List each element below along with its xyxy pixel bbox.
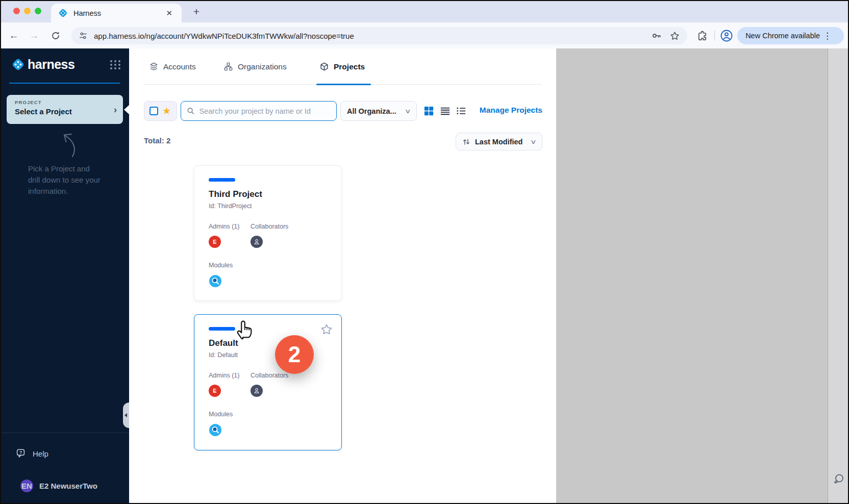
admins-label: Admins (1) bbox=[209, 372, 239, 379]
reload-icon[interactable] bbox=[49, 31, 62, 41]
curved-arrow-icon bbox=[51, 129, 81, 160]
tab-close-icon[interactable]: ✕ bbox=[164, 8, 174, 19]
chevron-down-icon: ∨ bbox=[405, 108, 411, 115]
card-accent-bar bbox=[209, 327, 235, 331]
active-tab-indicator bbox=[316, 84, 371, 85]
right-side-rail bbox=[828, 48, 849, 504]
grid-view-icon[interactable] bbox=[423, 105, 435, 117]
new-chrome-button[interactable]: New Chrome available ⋮ bbox=[737, 27, 844, 44]
site-settings-icon[interactable] bbox=[79, 31, 88, 40]
accounts-icon bbox=[149, 62, 159, 71]
user-name: E2 NewuserTwo bbox=[39, 482, 97, 490]
app-switcher-icon[interactable] bbox=[110, 60, 121, 69]
project-title: Default bbox=[209, 338, 238, 348]
profile-icon[interactable] bbox=[720, 29, 733, 42]
main-content: Accounts Organizations Projects ★ bbox=[129, 48, 556, 504]
list-view-icon[interactable] bbox=[439, 105, 451, 117]
browser-menu-icon[interactable]: ⋮ bbox=[823, 31, 832, 41]
chevron-right-icon: › bbox=[114, 105, 117, 115]
tab-accounts[interactable]: Accounts bbox=[149, 48, 196, 85]
window-zoom-button[interactable] bbox=[35, 8, 41, 14]
browser-tab[interactable]: Harness ✕ bbox=[51, 4, 182, 22]
module-icon[interactable] bbox=[209, 274, 222, 288]
svg-text:?: ? bbox=[19, 450, 22, 455]
sidebar-accent-rule bbox=[9, 83, 120, 84]
sort-value: Last Modified bbox=[475, 138, 531, 146]
compact-list-view-icon[interactable] bbox=[455, 105, 467, 117]
module-icon[interactable] bbox=[209, 423, 222, 437]
project-selector-value: Select a Project bbox=[15, 107, 116, 116]
password-key-icon[interactable] bbox=[651, 30, 662, 41]
favorite-star-outline-icon[interactable] bbox=[320, 323, 333, 336]
tab-title: Harness bbox=[73, 9, 164, 17]
project-card-default[interactable]: Default Id: Default Admins (1) Collabora… bbox=[194, 314, 342, 450]
total-count: Total: 2 bbox=[144, 136, 170, 145]
admin-avatar[interactable]: E bbox=[209, 385, 221, 397]
search-box bbox=[181, 101, 337, 121]
help-label: Help bbox=[33, 449, 48, 458]
forward-icon[interactable]: → bbox=[28, 30, 41, 41]
tab-organizations[interactable]: Organizations bbox=[223, 48, 287, 85]
favorites-filter: ★ bbox=[144, 101, 177, 121]
browser-toolbar: ← → app.harness.io/ng/account/YWdkwNPiTc… bbox=[0, 22, 849, 48]
tab-projects[interactable]: Projects bbox=[319, 48, 365, 85]
bookmark-star-icon[interactable] bbox=[669, 31, 680, 41]
annotation-step-badge: 2 bbox=[275, 335, 314, 374]
project-card-third-project[interactable]: Third Project Id: ThirdProject Admins (1… bbox=[194, 165, 342, 301]
project-selector[interactable]: PROJECT Select a Project › bbox=[7, 95, 123, 124]
admin-avatar[interactable]: E bbox=[209, 236, 221, 248]
admins-label: Admins (1) bbox=[209, 223, 239, 230]
help-item[interactable]: ? Help bbox=[15, 448, 48, 459]
projects-icon bbox=[319, 62, 329, 71]
chat-help-icon[interactable] bbox=[832, 472, 845, 486]
scope-tabs: Accounts Organizations Projects bbox=[143, 48, 542, 85]
app-root: Harness ✕ + ← → app.harness.io/ng/accoun… bbox=[0, 0, 849, 504]
organizations-icon bbox=[223, 62, 233, 71]
sidebar-hint-text: Pick a Project and drill down to see you… bbox=[28, 163, 110, 197]
chevron-down-icon: ∨ bbox=[530, 138, 537, 145]
back-icon[interactable]: ← bbox=[7, 30, 20, 41]
project-title: Third Project bbox=[209, 189, 262, 199]
harness-sidebar: harness PROJECT Select a Project › Pick … bbox=[0, 48, 129, 504]
modules-label: Modules bbox=[209, 262, 233, 269]
collaborator-invite-icon[interactable] bbox=[251, 236, 263, 248]
search-icon bbox=[187, 107, 195, 115]
browser-tab-strip: Harness ✕ + bbox=[0, 0, 849, 22]
modules-label: Modules bbox=[209, 411, 233, 418]
address-bar[interactable]: app.harness.io/ng/account/YWdkwNPiTceDUK… bbox=[71, 27, 687, 44]
favorites-checkbox[interactable] bbox=[149, 107, 158, 115]
sidebar-collapse-handle[interactable] bbox=[123, 402, 129, 428]
project-selector-label: PROJECT bbox=[15, 99, 116, 105]
sidebar-divider bbox=[0, 433, 129, 433]
logo-text: harness bbox=[28, 57, 110, 72]
collaborator-invite-icon[interactable] bbox=[251, 385, 263, 397]
hand-cursor-icon bbox=[235, 317, 257, 341]
url-text[interactable]: app.harness.io/ng/account/YWdkwNPiTceDUK… bbox=[94, 32, 644, 40]
project-id: Id: Default bbox=[209, 351, 238, 359]
empty-gray-pane bbox=[556, 48, 828, 504]
favorite-star-icon[interactable]: ★ bbox=[162, 106, 171, 116]
harness-logo: harness bbox=[11, 57, 121, 72]
sort-dropdown[interactable]: Last Modified ∨ bbox=[456, 133, 542, 150]
help-chat-icon: ? bbox=[15, 448, 27, 459]
new-tab-button[interactable]: + bbox=[190, 5, 203, 18]
user-item[interactable]: EN E2 NewuserTwo bbox=[14, 480, 97, 492]
harness-logo-icon bbox=[11, 58, 25, 71]
card-accent-bar bbox=[209, 178, 235, 182]
extensions-icon[interactable] bbox=[696, 30, 708, 42]
project-id: Id: ThirdProject bbox=[209, 203, 252, 210]
search-input[interactable] bbox=[199, 107, 331, 115]
collaborators-label: Collaborators bbox=[251, 223, 288, 230]
filter-row: ★ All Organiza... ∨ Manage Pr bbox=[129, 101, 556, 121]
collaborators-label: Collaborators bbox=[251, 372, 288, 379]
sort-arrows-icon bbox=[462, 138, 470, 146]
window-close-button[interactable] bbox=[13, 8, 20, 14]
harness-favicon-icon bbox=[58, 8, 68, 18]
window-minimize-button[interactable] bbox=[24, 8, 31, 14]
selector-pointer-notch bbox=[124, 105, 129, 114]
organization-filter-dropdown[interactable]: All Organiza... ∨ bbox=[340, 101, 417, 121]
organization-filter-value: All Organiza... bbox=[347, 107, 406, 115]
user-avatar: EN bbox=[20, 480, 33, 492]
toolbar-right-cluster: New Chrome available ⋮ bbox=[696, 27, 844, 44]
manage-projects-link[interactable]: Manage Projects bbox=[480, 106, 542, 115]
